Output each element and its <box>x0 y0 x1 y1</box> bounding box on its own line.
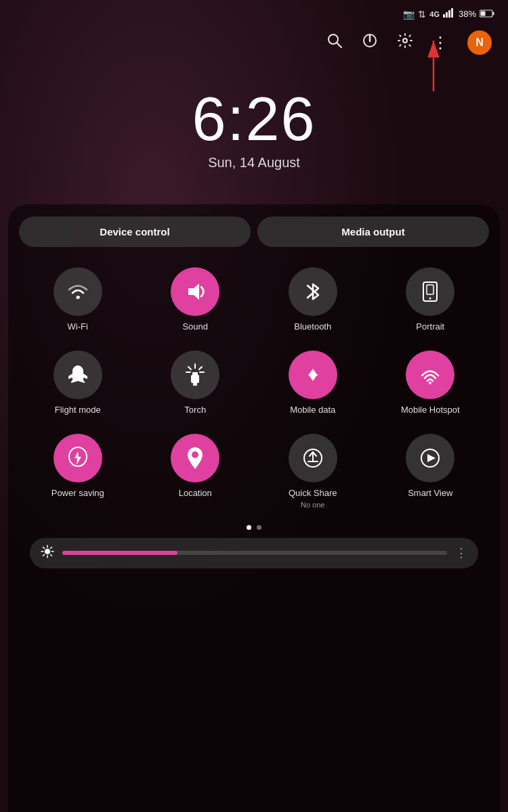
page-dots <box>19 514 489 538</box>
quick-share-icon-circle <box>289 434 337 482</box>
tile-portrait[interactable]: Portrait <box>372 262 490 338</box>
svg-rect-3 <box>451 8 453 18</box>
sound-label: Sound <box>182 321 208 333</box>
status-bar: 📷 ⇅ 4G 38% <box>0 0 508 24</box>
power-saving-icon-circle <box>54 434 102 482</box>
portrait-icon-circle <box>406 267 454 316</box>
power-saving-label: Power saving <box>51 488 104 499</box>
svg-rect-5 <box>493 12 494 15</box>
battery-percentage: 38% <box>459 9 476 19</box>
tile-mobile-hotspot[interactable]: Mobile Hotspot <box>372 345 490 422</box>
svg-marker-31 <box>427 454 436 462</box>
svg-line-37 <box>43 547 45 548</box>
wifi-label: Wi-Fi <box>68 321 88 333</box>
brightness-more-icon[interactable]: ⋮ <box>455 545 467 560</box>
brightness-bar[interactable]: ⋮ <box>30 538 478 568</box>
torch-label: Torch <box>184 405 206 416</box>
network-type-icon: 4G <box>429 10 440 18</box>
quick-tiles-grid: Wi-Fi Sound Bluetooth <box>19 262 489 514</box>
page-dot-2 <box>257 525 261 530</box>
location-icon-circle <box>171 434 219 482</box>
status-icons: 📷 ⇅ 4G 38% <box>403 8 494 20</box>
svg-line-10 <box>337 43 341 47</box>
tile-wifi[interactable]: Wi-Fi <box>19 262 137 338</box>
tile-quick-share[interactable]: Quick Share No one <box>254 428 372 514</box>
svg-line-38 <box>51 554 52 556</box>
clock-time: 6:26 <box>192 89 316 150</box>
mobile-hotspot-icon-circle <box>406 351 454 399</box>
svg-rect-20 <box>192 372 198 376</box>
camera-status-icon: 📷 <box>403 9 415 20</box>
brightness-track[interactable] <box>62 551 447 555</box>
media-output-tab[interactable]: Media output <box>257 217 489 247</box>
clock-section: 6:26 Sun, 14 August <box>0 62 508 204</box>
bluetooth-label: Bluetooth <box>294 321 331 333</box>
svg-rect-21 <box>193 383 197 386</box>
location-label: Location <box>179 488 212 499</box>
svg-rect-0 <box>443 14 445 18</box>
svg-point-13 <box>403 39 407 43</box>
mobile-data-label: Mobile data <box>290 405 335 416</box>
avatar[interactable]: N <box>467 30 492 55</box>
page-dot-1 <box>247 525 251 530</box>
bluetooth-icon-circle <box>289 267 337 316</box>
tile-flight-mode[interactable]: Flight mode <box>19 345 137 422</box>
svg-rect-6 <box>481 11 486 16</box>
svg-point-32 <box>45 549 50 554</box>
panel-tabs: Device control Media output <box>19 217 489 247</box>
portrait-label: Portrait <box>416 321 444 333</box>
wifi-icon-circle <box>54 267 102 316</box>
search-icon[interactable] <box>326 32 343 53</box>
svg-line-39 <box>51 547 52 548</box>
mobile-data-icon-circle <box>289 351 337 399</box>
battery-icon <box>480 9 494 20</box>
tile-mobile-data[interactable]: Mobile data <box>254 345 372 422</box>
svg-line-40 <box>43 554 45 556</box>
svg-line-23 <box>188 367 191 369</box>
svg-point-27 <box>429 382 431 384</box>
tile-smart-view[interactable]: Smart View <box>372 428 490 514</box>
quick-share-label: Quick Share <box>289 488 337 499</box>
svg-line-24 <box>199 367 202 369</box>
svg-point-14 <box>76 296 79 299</box>
smart-view-icon-circle <box>406 434 454 482</box>
more-icon[interactable]: ⋮ <box>432 35 448 51</box>
flight-mode-icon-circle <box>54 351 102 399</box>
signal-icon <box>443 8 455 20</box>
brightness-icon <box>41 545 54 562</box>
tile-torch[interactable]: Torch <box>137 345 255 422</box>
svg-rect-1 <box>446 12 448 18</box>
tile-sound[interactable]: Sound <box>137 262 255 338</box>
svg-marker-15 <box>188 284 199 300</box>
svg-point-28 <box>192 451 198 458</box>
svg-point-18 <box>429 298 431 300</box>
torch-icon-circle <box>171 351 219 399</box>
smart-view-label: Smart View <box>408 488 452 499</box>
tile-bluetooth[interactable]: Bluetooth <box>254 262 372 338</box>
power-icon[interactable] <box>362 32 378 53</box>
quick-share-sublabel: No one <box>301 501 324 509</box>
mobile-hotspot-label: Mobile Hotspot <box>401 405 460 416</box>
control-panel: Device control Media output Wi-Fi <box>8 204 500 812</box>
svg-rect-2 <box>448 10 450 18</box>
flight-mode-label: Flight mode <box>55 405 101 416</box>
data-status-icon: ⇅ <box>418 9 426 20</box>
brightness-fill <box>62 551 177 555</box>
svg-rect-17 <box>427 285 433 294</box>
tile-location[interactable]: Location <box>137 428 255 514</box>
top-actions-bar: ⋮ N <box>0 24 508 62</box>
clock-date: Sun, 14 August <box>208 155 300 171</box>
device-control-tab[interactable]: Device control <box>19 217 251 247</box>
tile-power-saving[interactable]: Power saving <box>19 428 137 514</box>
sound-icon-circle <box>171 267 219 316</box>
settings-icon[interactable] <box>397 32 413 53</box>
